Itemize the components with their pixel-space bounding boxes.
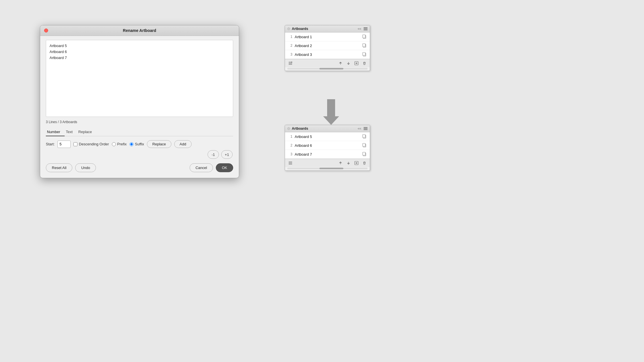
table-row: 2 Artboard 2: [285, 41, 370, 50]
panel-bottom-titlebar: Artboards <<: [285, 125, 370, 132]
svg-rect-12: [363, 152, 365, 155]
row-name-2: Artboard 2: [295, 44, 360, 48]
reset-all-button[interactable]: Reset All: [46, 163, 72, 172]
move-up-icon[interactable]: [337, 60, 344, 66]
copy-icon-2[interactable]: [362, 43, 367, 48]
table-row: 1 Artboard 1: [285, 32, 370, 41]
panel-top-close[interactable]: [287, 27, 290, 30]
footer-left: Reset All Undo: [46, 163, 96, 172]
add-button[interactable]: Add: [174, 140, 192, 148]
panel-top-title-left: Artboards: [287, 27, 308, 31]
descending-order-label[interactable]: Descending Order: [73, 142, 109, 146]
table-row: 3 Artboard 3: [285, 50, 370, 59]
tab-number[interactable]: Number: [46, 128, 65, 136]
stepper-row: -1 +1: [46, 150, 233, 159]
panel-bottom-menu-icon[interactable]: [364, 127, 368, 130]
panel-bottom-toolbar: [285, 159, 370, 167]
rename-artboard-dialog: Rename Artboard Artboard 5 Artboard 6 Ar…: [40, 25, 239, 178]
panel-bottom-list: 1 Artboard 5 2 Artboard 6 3 Artboard 7: [285, 132, 370, 159]
bottom-row-name-2: Artboard 6: [295, 143, 360, 148]
start-label: Start:: [46, 142, 55, 146]
suffix-text: Suffix: [135, 142, 144, 146]
panel-top-titlebar: Artboards <<: [285, 25, 370, 32]
footer-right: Cancel OK: [190, 163, 233, 172]
dialog-close-button[interactable]: [44, 29, 48, 32]
panel-bottom-scrollbar-thumb[interactable]: [319, 168, 344, 169]
suffix-radio[interactable]: [130, 142, 134, 146]
suffix-label[interactable]: Suffix: [130, 142, 144, 146]
row-num-2: 2: [288, 44, 292, 48]
delete-artboard-icon[interactable]: [361, 60, 368, 66]
minus-one-button[interactable]: -1: [208, 150, 219, 159]
row-num-3: 3: [288, 52, 292, 56]
svg-rect-5: [363, 52, 365, 56]
svg-rect-1: [363, 35, 365, 38]
cancel-button[interactable]: Cancel: [190, 163, 213, 172]
bottom-move-down-icon[interactable]: [345, 160, 352, 166]
panel-top-scrollbar-thumb[interactable]: [319, 68, 344, 70]
table-row: 3 Artboard 7: [285, 150, 370, 158]
panel-top-title: Artboards: [292, 27, 308, 31]
tab-text[interactable]: Text: [65, 128, 77, 136]
panel-bottom-collapse[interactable]: <<: [358, 127, 361, 130]
panel-top-toolbar: [285, 59, 370, 67]
lines-info: 3 Lines / 3 Artboards: [46, 120, 233, 124]
tabs-bar: Number Text Replace: [46, 128, 233, 136]
plus-one-button[interactable]: +1: [221, 150, 233, 159]
bottom-rearrange-icon[interactable]: [287, 160, 294, 166]
panel-bottom-title: Artboards: [292, 127, 308, 131]
artboards-panel-bottom: Artboards << 1 Artboard 5 2 Artboard 6: [285, 125, 370, 171]
bottom-copy-icon-1[interactable]: [362, 134, 367, 139]
prefix-text: Prefix: [117, 142, 127, 146]
panel-top-collapse[interactable]: <<: [358, 27, 361, 30]
bottom-row-name-1: Artboard 5: [295, 135, 360, 139]
dialog-titlebar: Rename Artboard: [40, 25, 239, 36]
bottom-row-num-2: 2: [288, 143, 292, 147]
dialog-title: Rename Artboard: [123, 28, 156, 33]
artboards-panel-top: Artboards << 1 Artboard 1 2 Artboard 2: [285, 25, 370, 71]
panel-top-scrollbar[interactable]: [287, 68, 368, 70]
move-down-icon[interactable]: [345, 60, 352, 66]
bottom-row-num-3: 3: [288, 152, 292, 156]
controls-row: Start: Descending Order Prefix Suffix Re…: [46, 140, 233, 148]
descending-order-checkbox[interactable]: [73, 142, 77, 146]
undo-button[interactable]: Undo: [75, 163, 96, 172]
dialog-footer: Reset All Undo Cancel OK: [40, 159, 239, 172]
rearrange-icon[interactable]: [287, 60, 294, 66]
panel-top-menu-icon[interactable]: [364, 27, 368, 30]
bottom-move-up-icon[interactable]: [337, 160, 344, 166]
row-name-1: Artboard 1: [295, 35, 360, 39]
bottom-delete-artboard-icon[interactable]: [361, 160, 368, 166]
bottom-copy-icon-3[interactable]: [362, 152, 367, 157]
panel-bottom-scrollbar[interactable]: [287, 168, 368, 169]
prefix-radio[interactable]: [112, 142, 116, 146]
svg-rect-10: [363, 143, 365, 147]
panel-top-list: 1 Artboard 1 2 Artboard 2 3 Artboard 3: [285, 32, 370, 59]
dialog-body: Artboard 5 Artboard 6 Artboard 7 3 Lines…: [40, 36, 239, 159]
row-name-3: Artboard 3: [295, 52, 360, 57]
descending-order-text: Descending Order: [79, 142, 109, 146]
arrow-down-container: [323, 99, 339, 125]
artboard-names-textarea[interactable]: Artboard 5 Artboard 6 Artboard 7: [46, 40, 233, 117]
table-row: 2 Artboard 6: [285, 141, 370, 150]
arrow-head: [323, 116, 339, 125]
copy-icon-3[interactable]: [362, 52, 367, 57]
panel-bottom-close[interactable]: [287, 127, 290, 130]
bottom-row-name-3: Artboard 7: [295, 152, 360, 156]
ok-button[interactable]: OK: [216, 163, 233, 172]
prefix-label[interactable]: Prefix: [112, 142, 127, 146]
arrow-body: [327, 99, 335, 116]
row-num-1: 1: [288, 35, 292, 39]
table-row: 1 Artboard 5: [285, 132, 370, 141]
start-input[interactable]: [58, 141, 71, 148]
add-artboard-icon[interactable]: [353, 60, 360, 66]
svg-rect-8: [363, 135, 365, 138]
tab-replace[interactable]: Replace: [77, 128, 97, 136]
panel-bottom-title-left: Artboards: [287, 127, 308, 131]
bottom-row-num-1: 1: [288, 135, 292, 139]
replace-button[interactable]: Replace: [147, 140, 171, 148]
bottom-add-artboard-icon[interactable]: [353, 160, 360, 166]
svg-rect-3: [363, 44, 365, 47]
bottom-copy-icon-2[interactable]: [362, 143, 367, 148]
copy-icon-1[interactable]: [362, 34, 367, 39]
